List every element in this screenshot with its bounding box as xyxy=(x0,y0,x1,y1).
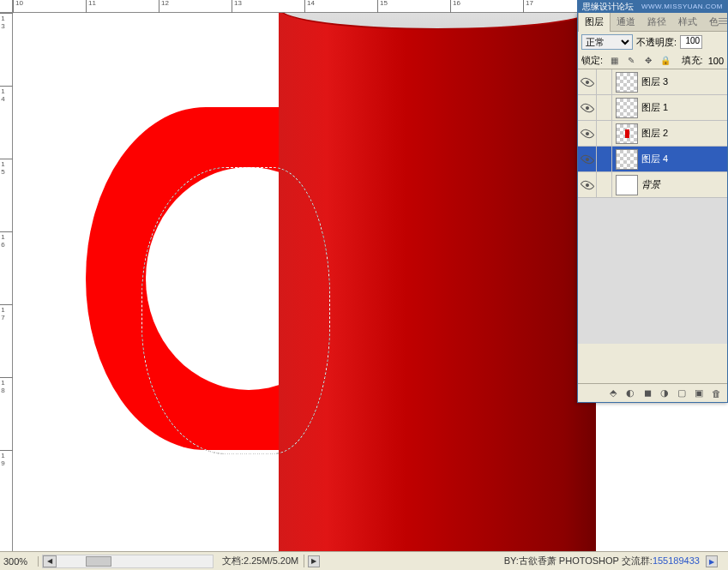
panel-menu-icon[interactable] xyxy=(719,16,727,28)
tab-channels[interactable]: 通道 xyxy=(611,13,641,31)
link-cell[interactable] xyxy=(597,121,612,147)
ruler-tick: 15 xyxy=(0,159,13,176)
status-bar: 300% ◀ 文档:2.25M/5.20M ▶ BY:古欲香萧 PHOTOSHO… xyxy=(0,551,728,570)
app-url[interactable]: WWW.MISSYUAN.COM xyxy=(641,3,723,10)
layer-style-icon[interactable]: ◐ xyxy=(623,387,638,400)
ruler-tick: 17 xyxy=(523,0,533,13)
ruler-tick: 17 xyxy=(0,304,13,321)
layer-name[interactable]: 背景 xyxy=(641,178,660,191)
panel-tabs: 图层 通道 路径 样式 色 xyxy=(578,13,727,32)
delete-layer-icon[interactable]: 🗑 xyxy=(708,387,724,400)
ruler-tick: 10 xyxy=(13,0,23,13)
lock-position-icon[interactable]: ✥ xyxy=(642,55,654,67)
qq-group-number: 155189433 xyxy=(653,555,700,566)
tab-styles[interactable]: 样式 xyxy=(672,13,703,31)
scroll-left-icon[interactable]: ◀ xyxy=(43,555,57,567)
ruler-tick: 12 xyxy=(159,0,169,13)
horizontal-scrollbar[interactable]: ◀ xyxy=(42,555,214,568)
lock-pixels-icon[interactable]: ✎ xyxy=(625,55,637,67)
layers-panel[interactable]: 思缘设计论坛 WWW.MISSYUAN.COM 图层 通道 路径 样式 色 正常… xyxy=(577,13,728,403)
scroll-thumb[interactable] xyxy=(86,556,111,567)
ruler-tick: 14 xyxy=(0,86,13,103)
visibility-toggle[interactable] xyxy=(578,121,597,147)
ruler-tick: 15 xyxy=(377,0,388,13)
app-title: 思缘设计论坛 xyxy=(582,1,634,13)
credit-text: BY:古欲香萧 PHOTOSHOP 交流群:155189433 ▶ xyxy=(497,555,728,567)
layer-row[interactable]: 图层 4 xyxy=(578,147,727,172)
layer-row[interactable]: 图层 1 xyxy=(578,95,727,121)
layer-name[interactable]: 图层 2 xyxy=(641,127,668,140)
ruler-tick: 11 xyxy=(86,0,96,13)
eye-icon xyxy=(580,152,594,166)
blend-mode-select[interactable]: 正常 xyxy=(581,34,633,50)
docsize-value: 2.25M/5.20M xyxy=(244,555,298,566)
visibility-toggle[interactable] xyxy=(578,69,597,95)
layer-list: 图层 3 图层 1 图层 2 图层 4 背景 xyxy=(578,69,727,344)
docsize-label: 文档: xyxy=(222,555,244,566)
adjustment-layer-icon[interactable]: ◑ xyxy=(657,387,672,400)
lock-transparency-icon[interactable]: ▦ xyxy=(608,55,620,67)
eye-icon xyxy=(580,126,594,141)
link-cell[interactable] xyxy=(597,95,612,121)
ruler-tick: 19 xyxy=(0,450,13,467)
opacity-label: 不透明度: xyxy=(636,36,677,49)
fill-value[interactable]: 100 xyxy=(708,56,724,66)
zoom-level[interactable]: 300% xyxy=(0,556,39,567)
ruler-origin[interactable] xyxy=(0,0,13,13)
lock-all-icon[interactable]: 🔒 xyxy=(659,55,671,67)
eye-icon xyxy=(580,100,594,115)
visibility-toggle[interactable] xyxy=(578,172,597,198)
layer-name[interactable]: 图层 1 xyxy=(641,101,668,114)
layer-name[interactable]: 图层 3 xyxy=(641,75,668,88)
eye-icon xyxy=(580,75,594,89)
layer-thumbnail[interactable] xyxy=(616,175,638,195)
ruler-vertical[interactable]: 13 14 15 16 17 18 19 xyxy=(0,13,13,551)
link-layers-icon[interactable]: ⬘ xyxy=(605,387,621,400)
ruler-tick: 16 xyxy=(0,231,13,249)
link-cell[interactable] xyxy=(597,172,612,198)
layer-name[interactable]: 图层 4 xyxy=(641,153,668,165)
marquee-selection[interactable] xyxy=(141,167,330,454)
layer-mask-icon[interactable]: ◼ xyxy=(640,387,655,400)
layer-thumbnail[interactable] xyxy=(616,72,638,93)
fill-label: 填充: xyxy=(682,54,703,67)
flyout-arrow-icon[interactable]: ▶ xyxy=(308,555,320,567)
layer-thumbnail[interactable] xyxy=(616,149,638,170)
visibility-toggle[interactable] xyxy=(578,95,597,121)
panel-titlebar[interactable]: 思缘设计论坛 WWW.MISSYUAN.COM xyxy=(577,0,728,13)
link-cell[interactable] xyxy=(597,147,612,172)
tab-layers[interactable]: 图层 xyxy=(578,13,611,32)
new-group-icon[interactable]: ▢ xyxy=(674,387,689,400)
ruler-tick: 13 xyxy=(232,0,242,13)
visibility-toggle[interactable] xyxy=(578,147,597,172)
ruler-tick: 14 xyxy=(304,0,315,13)
layer-row[interactable]: 图层 3 xyxy=(578,69,727,95)
lock-label: 锁定: xyxy=(581,54,603,67)
eye-icon xyxy=(580,177,594,192)
panel-bottom-bar: ⬘ ◐ ◼ ◑ ▢ ▣ 🗑 xyxy=(578,383,727,402)
layer-row[interactable]: 背景 xyxy=(578,172,727,198)
layer-thumbnail[interactable] xyxy=(616,123,638,144)
new-layer-icon[interactable]: ▣ xyxy=(691,387,707,400)
ruler-tick: 18 xyxy=(0,377,13,394)
layer-row[interactable]: 图层 2 xyxy=(578,121,727,147)
layer-thumbnail[interactable] xyxy=(616,98,638,118)
link-cell[interactable] xyxy=(597,69,612,95)
arrow-icon: ▶ xyxy=(706,555,718,567)
ruler-tick: 16 xyxy=(450,0,460,13)
opacity-value[interactable]: 100 xyxy=(680,35,702,49)
ruler-tick: 13 xyxy=(0,13,13,30)
tab-paths[interactable]: 路径 xyxy=(641,13,672,31)
